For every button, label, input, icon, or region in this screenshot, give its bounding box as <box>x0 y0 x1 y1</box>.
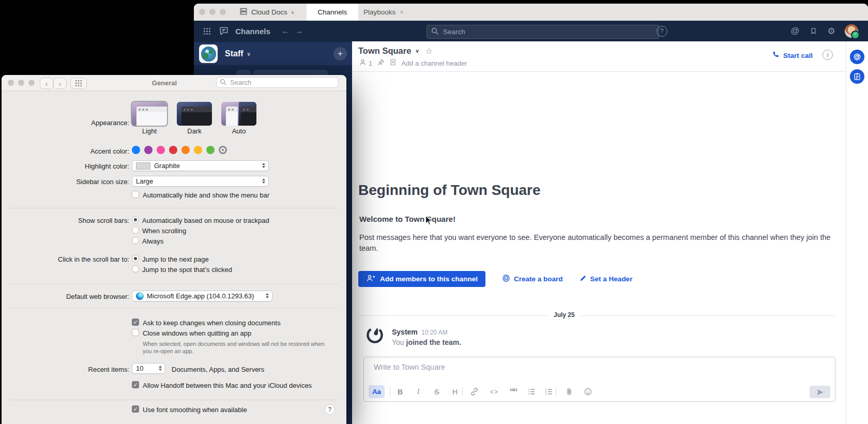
minimize-traffic-light[interactable] <box>209 9 216 15</box>
settings-gear-icon[interactable]: ⚙ <box>825 21 838 41</box>
strikethrough-button[interactable]: S <box>431 385 443 398</box>
font-smoothing-label: Use font smoothing when available <box>143 406 247 414</box>
history-back-icon[interactable]: ← <box>279 21 292 41</box>
highlight-color-select[interactable]: Graphite <box>132 160 269 171</box>
numbered-list-button[interactable]: 1 2 3 <box>542 385 555 398</box>
handoff-checkbox[interactable]: ✓ <box>132 381 139 388</box>
message-input[interactable] <box>373 362 737 372</box>
team-header[interactable]: Staff ∨ + <box>194 42 352 65</box>
intro-actions: Add members to this channel Create a boa… <box>358 271 632 287</box>
accent-swatch-purple[interactable] <box>144 146 153 154</box>
add-members-button[interactable]: Add members to this channel <box>358 271 485 287</box>
person-plus-icon <box>366 274 375 284</box>
history-forward-icon[interactable]: → <box>293 21 306 41</box>
search-input[interactable] <box>442 27 654 36</box>
close-traffic-light[interactable] <box>8 80 14 86</box>
playbooks-icon[interactable] <box>850 69 864 84</box>
message-composer[interactable]: Aa B I S H <> ““ <box>363 357 835 402</box>
server-icon <box>239 7 248 17</box>
globe-icon <box>201 47 216 62</box>
set-header-label: Set a Header <box>590 275 633 283</box>
formatting-toggle-button[interactable]: Aa <box>369 385 385 398</box>
recent-items-select[interactable]: 10 <box>132 363 165 374</box>
zoom-traffic-light[interactable] <box>220 9 226 15</box>
channel-view: Town Square ∨ ☆ 1 <box>352 41 846 424</box>
accent-swatch-blue[interactable] <box>132 146 140 154</box>
ask-keep-changes-checkbox[interactable]: ✓ <box>132 319 139 326</box>
channel-files-icon[interactable] <box>389 58 397 68</box>
hide-menubar-checkbox[interactable] <box>132 191 139 198</box>
product-switcher-grid-icon[interactable] <box>200 21 214 41</box>
date-divider[interactable]: July 25 <box>549 311 580 319</box>
prefs-back-button[interactable]: ‹ <box>40 78 53 89</box>
tab-channels[interactable]: Channels <box>307 4 358 21</box>
accent-swatch-green[interactable] <box>206 146 215 154</box>
heading-button[interactable]: H <box>449 385 461 398</box>
help-icon[interactable]: ? <box>656 21 668 41</box>
post-actor: You <box>392 338 404 346</box>
favorite-star-icon[interactable]: ☆ <box>425 46 433 56</box>
server-dropdown[interactable]: Cloud Docs ∨ <box>239 4 294 21</box>
boards-icon[interactable] <box>850 50 864 64</box>
global-header: Channels ← → ? @ ⚙ ✓ <box>194 21 868 41</box>
send-button[interactable] <box>810 386 830 398</box>
accent-swatch-yellow[interactable] <box>194 146 202 154</box>
scrollbars-radio-auto[interactable] <box>132 216 139 223</box>
appearance-dark-thumb[interactable] <box>177 102 212 126</box>
pinned-posts-icon[interactable] <box>377 58 385 68</box>
scrollclick-radio-next-page[interactable] <box>132 255 139 262</box>
italic-button[interactable]: I <box>412 385 424 398</box>
channel-name-menu[interactable]: Town Square ∨ ☆ <box>358 46 433 56</box>
attachment-paperclip-icon[interactable] <box>563 385 575 398</box>
accent-swatch-pink[interactable] <box>157 146 165 154</box>
scrollbars-radio-always[interactable] <box>132 237 139 244</box>
add-channel-header-button[interactable]: Add a channel header <box>401 59 467 67</box>
tab-playbooks[interactable]: Playbooks × <box>360 4 407 21</box>
close-traffic-light[interactable] <box>199 9 205 15</box>
team-icon[interactable] <box>199 44 218 63</box>
add-channel-button[interactable]: + <box>333 47 347 60</box>
global-search[interactable] <box>427 25 659 39</box>
channel-info-icon[interactable]: i <box>823 50 833 60</box>
prefs-search-field[interactable] <box>216 77 339 88</box>
separator <box>9 208 339 208</box>
close-windows-checkbox[interactable] <box>132 329 139 336</box>
check-icon: ✓ <box>133 406 138 412</box>
user-avatar[interactable]: ✓ <box>843 21 860 41</box>
create-board-button[interactable]: Create a board <box>502 274 563 284</box>
members-button[interactable]: 1 <box>359 58 372 68</box>
link-button[interactable] <box>468 385 480 398</box>
bulleted-list-button[interactable] <box>525 385 538 398</box>
prefs-forward-button[interactable]: › <box>53 78 67 89</box>
help-question-button[interactable]: ? <box>325 404 335 415</box>
minimize-traffic-light[interactable] <box>18 80 24 86</box>
prefs-search-input[interactable] <box>229 78 335 87</box>
bold-button[interactable]: B <box>394 385 406 398</box>
post-author[interactable]: System <box>392 328 418 336</box>
system-preferences-window: ‹ › General Appearance: <box>2 75 346 424</box>
show-all-grid-icon[interactable] <box>70 78 87 89</box>
font-smoothing-checkbox[interactable]: ✓ <box>132 405 139 413</box>
scrollbars-radio-when-scrolling[interactable] <box>132 226 139 234</box>
accent-swatch-red[interactable] <box>169 146 177 154</box>
quote-button[interactable]: ““ <box>507 385 519 398</box>
search-icon <box>431 27 438 37</box>
code-button[interactable]: <> <box>488 385 500 398</box>
close-windows-label: Close windows when quitting an app <box>143 329 251 337</box>
start-call-label: Start call <box>783 52 813 59</box>
appearance-light-thumb[interactable] <box>132 102 167 126</box>
saved-posts-bookmark-icon[interactable] <box>807 21 819 41</box>
sidebar-icon-size-select[interactable]: Large <box>132 176 269 187</box>
default-browser-select[interactable]: Microsoft Edge.app (104.0.1293.63) <box>132 291 272 301</box>
accent-swatch-graphite-selected[interactable] <box>219 146 227 154</box>
appearance-label: Appearance: <box>2 119 129 127</box>
set-header-button[interactable]: Set a Header <box>580 275 633 283</box>
close-tab-icon[interactable]: × <box>400 8 404 16</box>
scrollclick-radio-spot[interactable] <box>132 265 139 272</box>
zoom-traffic-light[interactable] <box>28 80 35 86</box>
accent-swatch-orange[interactable] <box>181 146 190 154</box>
start-call-button[interactable]: Start call <box>772 51 813 60</box>
emoji-button[interactable] <box>582 385 594 398</box>
appearance-auto-thumb[interactable] <box>221 102 256 126</box>
mentions-at-icon[interactable]: @ <box>788 21 802 41</box>
